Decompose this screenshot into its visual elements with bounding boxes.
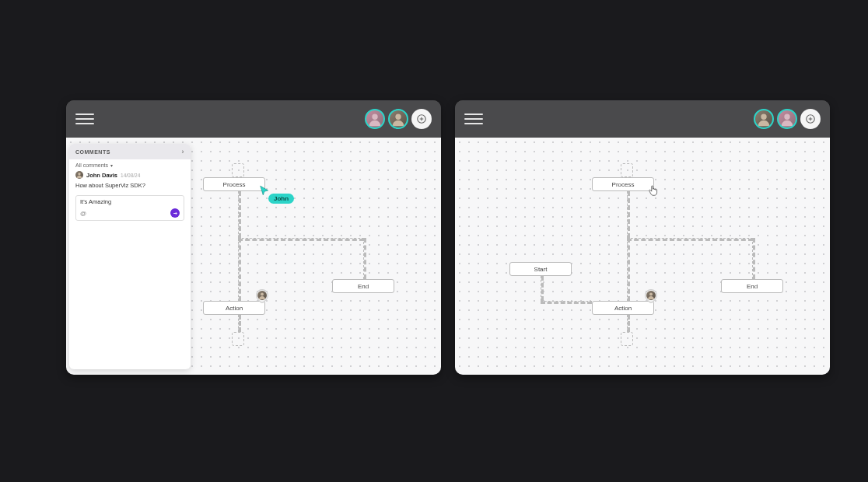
- reply-input[interactable]: [80, 198, 180, 205]
- comment-author: John Davis: [86, 172, 117, 179]
- hand-cursor-icon: [648, 184, 659, 197]
- avatar[interactable]: [365, 109, 385, 129]
- avatar[interactable]: [777, 109, 797, 129]
- svg-point-8: [761, 114, 766, 120]
- flow-placeholder[interactable]: [232, 163, 244, 177]
- flow-node-action[interactable]: Action: [203, 301, 265, 315]
- flow-connector: [363, 238, 366, 279]
- flow-node-process[interactable]: Process: [592, 177, 654, 191]
- flow-connector: [541, 301, 592, 304]
- svg-point-1: [395, 114, 401, 120]
- flow-node-action[interactable]: Action: [592, 301, 654, 315]
- avatar[interactable]: [754, 109, 774, 129]
- app-window-left: COMMENTS › All comments ▾ John Davis 14/…: [66, 100, 441, 375]
- comment-text: How about SuperViz SDK?: [75, 182, 184, 189]
- flow-placeholder[interactable]: [232, 332, 244, 346]
- node-label: End: [747, 283, 758, 290]
- topbar: [455, 100, 830, 138]
- svg-point-13: [649, 293, 653, 296]
- comments-filter[interactable]: All comments ▾: [69, 159, 191, 169]
- filter-label: All comments: [75, 162, 108, 168]
- add-user-button[interactable]: [411, 109, 432, 129]
- svg-point-7: [261, 293, 264, 296]
- mention-icon[interactable]: @: [80, 210, 86, 217]
- flow-connector: [238, 315, 241, 332]
- comment-item: John Davis 14/08/24 How about SuperViz S…: [69, 169, 191, 194]
- flow-connector: [541, 276, 544, 301]
- svg-point-5: [78, 173, 80, 175]
- reply-box: @: [75, 195, 184, 221]
- cursor-label: John: [268, 194, 294, 204]
- flow-placeholder[interactable]: [621, 163, 633, 177]
- menu-icon[interactable]: [464, 110, 483, 128]
- svg-point-0: [372, 114, 377, 120]
- flow-node-end[interactable]: End: [332, 279, 394, 293]
- flow-connector: [238, 191, 241, 238]
- comment-date: 14/08/24: [121, 173, 140, 178]
- chevron-down-icon: ▾: [110, 162, 113, 168]
- svg-point-9: [784, 114, 789, 120]
- flow-connector: [627, 238, 753, 241]
- cursor-user-name: John: [274, 195, 289, 202]
- flow-connector: [752, 238, 755, 279]
- presence-list: [365, 109, 432, 129]
- flow-connector: [238, 238, 364, 241]
- comments-header: COMMENTS ›: [69, 144, 191, 159]
- flow-connector: [627, 191, 630, 238]
- node-label: Start: [534, 266, 548, 273]
- comments-title: COMMENTS: [75, 149, 110, 155]
- node-label: Process: [612, 181, 635, 188]
- flow-node-end[interactable]: End: [721, 279, 783, 293]
- app-window-right: Process Start End Action: [455, 100, 830, 375]
- flow-connector: [627, 315, 630, 332]
- node-label: Action: [226, 305, 243, 312]
- send-button[interactable]: [170, 208, 180, 218]
- workspace[interactable]: COMMENTS › All comments ▾ John Davis 14/…: [66, 138, 441, 375]
- workspace[interactable]: Process Start End Action: [455, 138, 830, 375]
- flow-node-start[interactable]: Start: [509, 262, 572, 276]
- avatar: [75, 171, 83, 179]
- flow-placeholder[interactable]: [621, 332, 633, 346]
- add-user-button[interactable]: [800, 109, 821, 129]
- avatar[interactable]: [388, 109, 408, 129]
- node-label: End: [358, 283, 369, 290]
- node-label: Process: [223, 181, 246, 188]
- chevron-right-icon[interactable]: ›: [182, 148, 185, 155]
- menu-icon[interactable]: [75, 110, 94, 128]
- topbar: [66, 100, 441, 138]
- comments-panel: COMMENTS › All comments ▾ John Davis 14/…: [69, 144, 191, 369]
- flow-node-process[interactable]: Process: [203, 177, 265, 191]
- flow-connector: [627, 238, 630, 301]
- node-label: Action: [614, 305, 632, 312]
- flow-connector: [238, 238, 241, 301]
- presence-list: [754, 109, 821, 129]
- cursor-icon: [259, 185, 270, 196]
